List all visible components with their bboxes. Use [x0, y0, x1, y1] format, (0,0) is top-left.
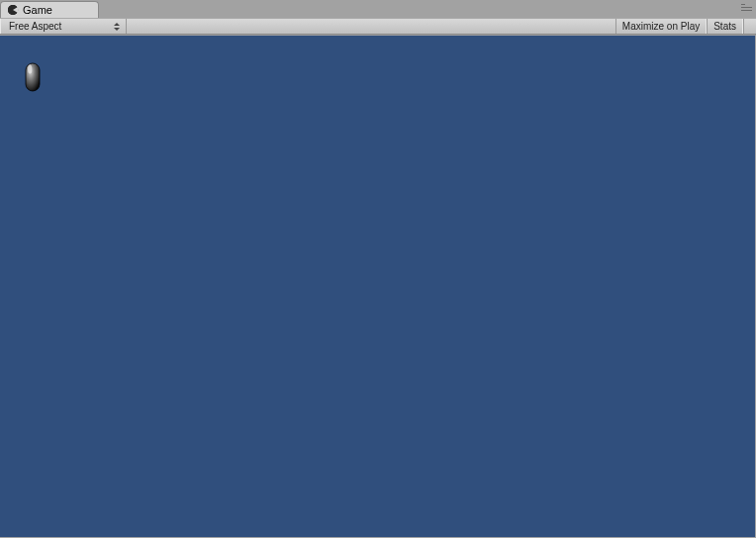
- maximize-on-play-button[interactable]: Maximize on Play: [615, 19, 707, 34]
- svg-rect-4: [26, 63, 40, 91]
- pacman-icon: [7, 4, 19, 16]
- game-viewport[interactable]: [0, 36, 755, 537]
- gizmos-edge[interactable]: [743, 19, 756, 34]
- maximize-on-play-label: Maximize on Play: [622, 21, 700, 32]
- tab-label: Game: [23, 4, 52, 16]
- window-menu-icon: [741, 3, 752, 13]
- capsule-sprite: [25, 62, 41, 92]
- aspect-ratio-dropdown[interactable]: Free Aspect: [0, 19, 127, 34]
- game-window: Game Free Aspect Maximize on Play: [0, 0, 756, 538]
- aspect-ratio-label: Free Aspect: [9, 21, 61, 32]
- viewport-container: [0, 35, 756, 538]
- toolbar-spacer: [127, 19, 615, 34]
- dropdown-arrows-icon: [114, 21, 122, 33]
- svg-rect-1: [741, 4, 745, 5]
- svg-point-5: [28, 65, 32, 74]
- tab-strip: Game: [0, 0, 756, 18]
- game-toolbar: Free Aspect Maximize on Play Stats: [0, 18, 756, 35]
- window-options[interactable]: [741, 3, 752, 13]
- tab-game[interactable]: Game: [0, 1, 99, 18]
- stats-label: Stats: [713, 21, 736, 32]
- svg-rect-2: [741, 7, 752, 8]
- svg-rect-3: [741, 10, 752, 11]
- stats-button[interactable]: Stats: [707, 19, 743, 34]
